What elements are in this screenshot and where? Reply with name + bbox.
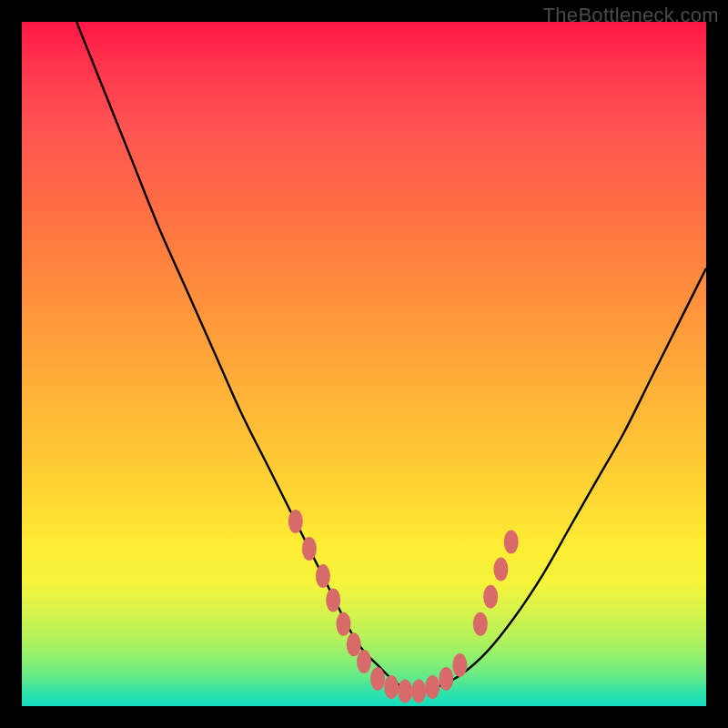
data-marker bbox=[411, 679, 426, 703]
bottleneck-curve bbox=[76, 22, 706, 693]
data-markers bbox=[288, 510, 519, 703]
data-marker bbox=[493, 558, 508, 581]
data-marker bbox=[347, 632, 361, 656]
data-marker bbox=[370, 667, 385, 691]
data-marker bbox=[326, 588, 340, 612]
watermark-text: TheBottleneck.com bbox=[543, 4, 719, 27]
data-marker bbox=[302, 537, 317, 561]
data-marker bbox=[398, 679, 412, 703]
chart-area bbox=[22, 22, 706, 706]
bottleneck-plot bbox=[22, 22, 706, 706]
data-marker bbox=[316, 564, 330, 588]
data-marker bbox=[452, 653, 467, 677]
data-marker bbox=[425, 675, 440, 699]
data-marker bbox=[439, 667, 453, 691]
data-marker bbox=[483, 585, 498, 609]
data-marker bbox=[473, 612, 488, 636]
data-marker bbox=[384, 675, 399, 699]
data-marker bbox=[504, 531, 519, 554]
data-marker bbox=[357, 650, 371, 673]
data-marker bbox=[336, 612, 350, 636]
data-marker bbox=[288, 510, 303, 533]
